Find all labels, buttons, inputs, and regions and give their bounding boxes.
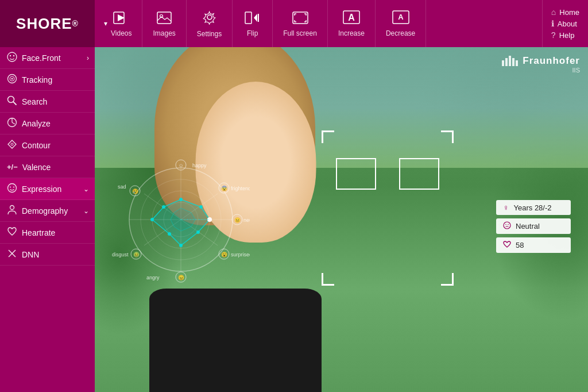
radar-chart: ☺ happy 😨 frightend 😐 neutral 😮 surprise… [112,139,250,300]
valence-icon: +/− [7,163,18,171]
eye-corner-bl [336,183,343,190]
demography-icon [7,205,17,217]
svg-point-30 [10,205,14,209]
flip-label: Flip [247,29,258,37]
svg-point-51 [196,230,200,234]
eye-corner-tl-r [399,158,406,165]
eye-corner-bl-r [399,183,406,190]
svg-point-54 [150,218,154,221]
sidebar: Face.Front › Tracking Search Analyze C [0,47,95,392]
eye-corner-tr [369,158,376,165]
face-front-chevron: › [87,54,89,62]
svg-text:disgust: disgust [112,252,129,258]
fraunhofer-logo: Fraunhofer IIS [502,55,580,74]
images-icon [157,10,172,28]
dnn-label: DNN [22,250,39,259]
fullscreen-icon [292,10,308,28]
search-icon [7,95,17,108]
help-link[interactable]: ? Help [551,29,579,41]
search-label: Search [22,97,47,106]
svg-point-55 [162,205,165,209]
sidebar-item-demography[interactable]: Demography ⌄ [0,200,95,222]
svg-text:😨: 😨 [221,185,228,192]
settings-icon [202,10,217,29]
corner-br [441,273,454,286]
valence-label: Valence [22,163,51,172]
svg-point-80 [508,224,509,225]
svg-text:😢: 😢 [132,188,139,195]
sidebar-item-valence[interactable]: +/− Valence [0,156,95,178]
emotion-icon [503,221,511,231]
radar-svg: ☺ happy 😨 frightend 😐 neutral 😮 surprise… [112,139,250,300]
nav-item-settings[interactable]: Settings [187,0,233,47]
svg-point-53 [168,232,171,236]
info-panel: ♀ Years 28/-2 Neutral 58 [496,200,571,253]
camera-view: ☺ happy 😨 frightend 😐 neutral 😮 surprise… [95,47,588,392]
sidebar-item-tracking[interactable]: Tracking [0,69,95,91]
svg-point-15 [10,55,11,56]
person-shirt [149,289,322,392]
svg-point-16 [13,55,14,56]
sidebar-item-search[interactable]: Search [0,91,95,113]
svg-point-28 [10,186,11,187]
sidebar-item-analyze[interactable]: Analyze [0,113,95,134]
age-value: Years 28/-2 [514,203,552,212]
info-age: ♀ Years 28/-2 [496,200,571,215]
about-link[interactable]: ℹ About [551,18,579,29]
contour-icon [7,139,17,152]
svg-text:🤢: 🤢 [133,251,140,258]
analyze-icon [7,117,17,130]
nav-item-flip[interactable]: Flip [233,0,273,47]
svg-text:angry: angry [146,275,160,280]
svg-text:😐: 😐 [234,217,241,224]
svg-text:neutral: neutral [243,217,250,223]
svg-text:happy: happy [192,163,207,168]
svg-text:frightend: frightend [231,186,250,191]
gender-icon: ♀ [503,203,509,212]
svg-point-52 [179,244,183,247]
app-trademark: ® [72,19,79,28]
increase-icon: A [343,10,360,28]
nav-item-fullscreen[interactable]: Full screen [273,0,328,47]
sidebar-item-contour[interactable]: Contour [0,134,95,156]
svg-point-5 [207,15,212,20]
corner-bl [322,273,334,286]
svg-point-27 [8,183,17,192]
home-link[interactable]: ⌂ Home [551,6,579,18]
eye-corner-br [369,183,376,190]
images-label: Images [153,29,175,37]
sidebar-item-heartrate[interactable]: Heartrate [0,222,95,244]
info-emotion: Neutral [496,218,571,234]
nav-item-videos[interactable]: Videos [100,0,142,47]
app-logo: SHORE® [0,0,95,47]
svg-point-48 [179,198,183,201]
eye-corner-br-r [432,183,439,190]
settings-label: Settings [197,30,222,38]
expression-icon [7,183,17,195]
demography-label: Demography [22,206,68,216]
heartrate-label: Heartrate [22,228,55,237]
sidebar-item-face-front[interactable]: Face.Front › [0,47,95,69]
face-front-icon [7,52,17,64]
main-content: Face.Front › Tracking Search Analyze C [0,47,588,392]
sidebar-item-expression[interactable]: Expression ⌄ [0,178,95,200]
analyze-label: Analyze [22,119,51,128]
nav-item-decrease[interactable]: A Decrease [376,0,426,47]
right-nav: ⌂ Home ℹ About ? Help [542,0,588,47]
svg-point-29 [13,186,14,187]
sidebar-item-dnn[interactable]: DNN [0,244,95,266]
nav-item-images[interactable]: Images [142,0,186,47]
videos-icon [113,10,129,28]
demography-chevron: ⌄ [83,207,89,215]
face-detect-box [322,130,454,286]
svg-point-14 [7,52,17,62]
fullscreen-label: Full screen [283,29,317,37]
decrease-icon: A [392,10,409,28]
tracking-icon [7,74,17,86]
svg-marker-25 [8,140,16,148]
face-front-label: Face.Front [22,53,61,63]
svg-point-19 [11,78,13,79]
eye-box-right [399,158,439,190]
eye-box-left [336,158,376,190]
nav-item-increase[interactable]: A Increase [328,0,376,47]
